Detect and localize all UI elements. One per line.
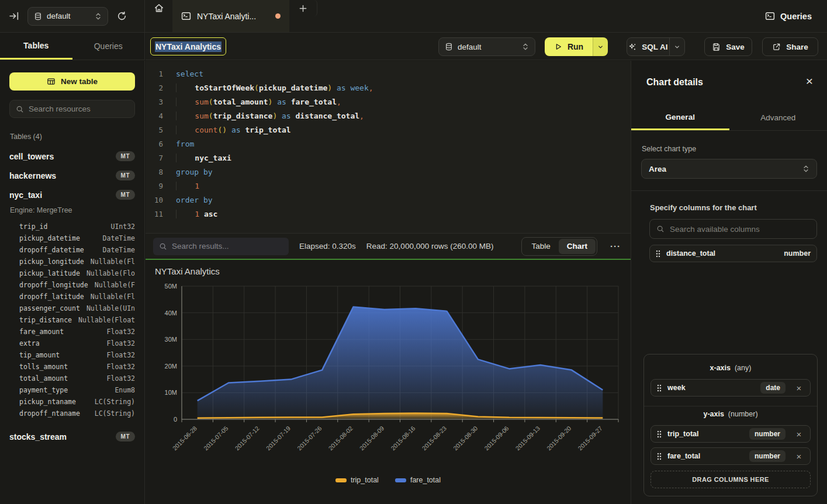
column-row[interactable]: total_amountFloat32 — [19, 373, 135, 384]
code-text: from — [163, 137, 194, 151]
editor-line[interactable]: 10order by — [146, 193, 631, 207]
column-row[interactable]: trip_idUInt32 — [19, 221, 135, 232]
column-row[interactable]: trip_distanceNullable(Float — [19, 314, 135, 326]
engine-badge: MT — [116, 190, 135, 200]
database-selector[interactable]: default — [27, 7, 108, 26]
tab-general[interactable]: General — [631, 105, 729, 130]
column-row[interactable]: passenger_countNullable(UIn — [19, 303, 135, 314]
svg-text:2015-06-28: 2015-06-28 — [171, 425, 199, 452]
drag-handle-icon[interactable] — [656, 250, 660, 258]
run-button-label: Run — [568, 42, 583, 51]
editor-line[interactable]: 3 sum(total_amount) as fare_total, — [146, 95, 631, 109]
queries-button-label: Queries — [780, 12, 812, 21]
column-row[interactable]: pickup_longitudeNullable(Fl — [19, 256, 135, 267]
sidebar-search-input[interactable]: Search resources — [9, 100, 135, 118]
remove-icon[interactable]: × — [794, 429, 804, 439]
query-tab[interactable]: NYTaxi Analyti... — [172, 0, 289, 32]
tab-advanced[interactable]: Advanced — [729, 105, 827, 130]
sql-ai-options-button[interactable] — [669, 38, 684, 55]
run-options-button[interactable] — [593, 37, 608, 56]
table-row-nyc-taxi[interactable]: nyc_taxi MT — [0, 185, 144, 204]
editor-line[interactable]: 7 nyc_taxi — [146, 151, 631, 165]
table-row-cell-towers[interactable]: cell_towers MT — [0, 147, 144, 166]
home-button[interactable] — [146, 0, 172, 16]
column-name: dropoff_ntaname — [19, 409, 80, 418]
column-type: Enum8 — [115, 386, 135, 394]
y-axis-chip-fare-total[interactable]: fare_total number × — [650, 447, 811, 465]
play-icon — [554, 43, 562, 51]
editor-line[interactable]: 2 toStartOfWeek(pickup_datetime) as week… — [146, 81, 631, 95]
column-type: Float32 — [107, 351, 135, 359]
sql-ai-button[interactable]: SQL AI — [627, 43, 669, 51]
legend-item-trip_total[interactable]: trip_total — [335, 476, 379, 484]
column-chip-name: fare_total — [667, 452, 700, 460]
column-name: fare_amount — [19, 328, 64, 336]
save-button[interactable]: Save — [704, 37, 752, 56]
share-button[interactable]: Share — [762, 37, 818, 56]
x-axis-header: x-axis (any) — [650, 364, 811, 372]
line-number: 3 — [146, 95, 163, 109]
refresh-button[interactable] — [113, 8, 130, 25]
save-button-label: Save — [726, 43, 745, 51]
column-row[interactable]: tolls_amountFloat32 — [19, 361, 135, 373]
editor-line[interactable]: 1select — [146, 67, 631, 81]
drag-columns-dropzone[interactable]: DRAG COLUMNS HERE — [650, 471, 811, 488]
area-chart[interactable]: 010M20M30M40M50M2015-06-282015-07-052015… — [146, 260, 631, 458]
remove-icon[interactable]: × — [794, 383, 804, 393]
x-axis-chip-week[interactable]: week date × — [650, 379, 811, 397]
column-row[interactable]: tip_amountFloat32 — [19, 349, 135, 361]
sidebar-tab-tables[interactable]: Tables — [0, 33, 72, 60]
collapse-sidebar-button[interactable] — [6, 8, 22, 25]
column-type: DateTime — [103, 246, 135, 254]
available-column-chip[interactable]: distance_total number — [649, 245, 817, 262]
results-search-input[interactable]: Search results... — [153, 238, 289, 255]
database-icon — [445, 43, 453, 51]
code-text: 1 — [163, 179, 199, 193]
editor-line[interactable]: 5 count() as trip_total — [146, 123, 631, 137]
editor-line[interactable]: 8group by — [146, 165, 631, 179]
new-table-button[interactable]: New table — [9, 72, 135, 91]
editor-line[interactable]: 11 1 asc — [146, 207, 631, 221]
column-row[interactable]: dropoff_datetimeDateTime — [19, 244, 135, 256]
column-row[interactable]: dropoff_latitudeNullable(Fl — [19, 291, 135, 303]
table-row-stocks-stream[interactable]: stocks_stream MT — [0, 427, 144, 446]
drag-handle-icon[interactable] — [657, 430, 662, 438]
new-tab-button[interactable] — [289, 0, 317, 16]
column-name: pickup_ntaname — [19, 398, 76, 406]
close-icon[interactable]: × — [806, 75, 813, 87]
table-row-hackernews[interactable]: hackernews MT — [0, 166, 144, 185]
column-row[interactable]: pickup_datetimeDateTime — [19, 232, 135, 244]
column-row[interactable]: pickup_ntanameLC(String) — [19, 396, 135, 408]
toggle-chart[interactable]: Chart — [559, 239, 596, 254]
query-database-selector[interactable]: default — [438, 37, 535, 56]
chevron-down-icon — [597, 44, 604, 50]
remove-icon[interactable]: × — [794, 451, 804, 461]
legend-item-fare_total[interactable]: fare_total — [395, 476, 441, 484]
query-toolbar: NYTaxi Analytics default Run SQL AI — [146, 33, 827, 60]
editor-line[interactable]: 6from — [146, 137, 631, 151]
sidebar-tab-queries[interactable]: Queries — [72, 33, 145, 60]
column-row[interactable]: dropoff_ntanameLC(String) — [19, 408, 135, 419]
queries-button[interactable]: Queries — [765, 0, 812, 32]
chart-type-select[interactable]: Area — [641, 159, 817, 179]
run-button[interactable]: Run — [545, 37, 593, 56]
drag-handle-icon[interactable] — [657, 453, 662, 460]
editor-line[interactable]: 4 sum(trip_distance) as distance_total, — [146, 109, 631, 123]
toggle-table[interactable]: Table — [523, 239, 558, 254]
sql-editor[interactable]: 1select2 toStartOfWeek(pickup_datetime) … — [146, 61, 631, 233]
line-number: 2 — [146, 81, 163, 95]
column-row[interactable]: pickup_latitudeNullable(Flo — [19, 267, 135, 279]
column-type-badge: date — [760, 382, 786, 394]
svg-text:2015-07-19: 2015-07-19 — [265, 425, 292, 452]
more-options-button[interactable]: ··· — [608, 241, 623, 251]
editor-line[interactable]: 9 1 — [146, 179, 631, 193]
drag-handle-icon[interactable] — [657, 384, 662, 392]
column-row[interactable]: payment_typeEnum8 — [19, 384, 135, 396]
column-row[interactable]: extraFloat32 — [19, 338, 135, 349]
column-row[interactable]: dropoff_longitudeNullable(F — [19, 279, 135, 291]
query-title-input[interactable]: NYTaxi Analytics — [150, 37, 226, 55]
x-axis-hint: (any) — [735, 364, 751, 372]
y-axis-chip-trip-total[interactable]: trip_total number × — [650, 425, 811, 443]
columns-search-input[interactable]: Search available columns — [649, 219, 817, 239]
column-row[interactable]: fare_amountFloat32 — [19, 326, 135, 338]
